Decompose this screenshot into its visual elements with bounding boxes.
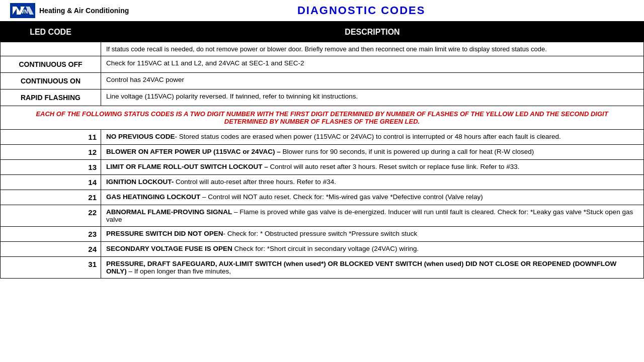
normal-code: RAPID FLASHING [1,89,101,106]
table-row: CONTINUOUS ONControl has 24VAC power [1,73,644,89]
header: NVN Heating & Air Conditioning DIAGNOSTI… [0,0,644,22]
table-row: RAPID FLASHINGLine voltage (115VAC) pola… [1,89,644,106]
entry-code: 22 [1,205,101,227]
entry-code: 24 [1,242,101,257]
table-row: 21GAS HEATINGING LOCKOUT – Control will … [1,190,644,205]
company-name: Heating & Air Conditioning [39,7,129,15]
logo-box: NVN [10,3,35,18]
table-row: If status code recall is needed, do not … [1,42,644,56]
entry-desc: BLOWER ON AFTER POWER UP (115VAC or 24VA… [101,145,644,160]
table-row: CONTINUOUS OFFCheck for 115VAC at L1 and… [1,56,644,73]
table-row: 14IGNITION LOCKOUT- Control will auto-re… [1,175,644,190]
table-row: 31PRESSURE, DRAFT SAFEGUARD, AUX-LIMIT S… [1,257,644,279]
table-row: 11NO PREVIOUS CODE- Stored status codes … [1,130,644,145]
normal-desc: Line voltage (115VAC) polarity reversed.… [101,89,644,106]
entry-desc: LIMIT OR FLAME ROLL-OUT SWITCH LOCKOUT –… [101,160,644,175]
entry-desc: IGNITION LOCKOUT- Control will auto-rese… [101,175,644,190]
intro-code [1,42,101,56]
note-cell: EACH OF THE FOLLOWING STATUS CODES IS A … [1,106,644,130]
entry-desc: SECONDARY VOLTAGE FUSE IS OPEN Check for… [101,242,644,257]
col-desc-header: DESCRIPTION [101,23,644,42]
col-code-header: LED CODE [1,23,101,42]
entry-code: 13 [1,160,101,175]
entry-desc: NO PREVIOUS CODE- Stored status codes ar… [101,130,644,145]
table-row: 24SECONDARY VOLTAGE FUSE IS OPEN Check f… [1,242,644,257]
entry-desc: PRESSURE, DRAFT SAFEGUARD, AUX-LIMIT SWI… [101,257,644,279]
entry-code: 23 [1,227,101,242]
entry-code: 14 [1,175,101,190]
entry-desc: ABNORMAL FLAME-PROVING SIGNAL – Flame is… [101,205,644,227]
logo-area: NVN Heating & Air Conditioning [10,3,129,18]
page-title: DIAGNOSTIC CODES [129,4,594,17]
svg-text:NVN: NVN [17,9,28,15]
diagnostic-table: LED CODE DESCRIPTION If status code reca… [0,22,644,279]
table-row: 23PRESSURE SWITCH DID NOT OPEN- Check fo… [1,227,644,242]
entry-code: 31 [1,257,101,279]
normal-code: CONTINUOUS ON [1,73,101,89]
normal-desc: Check for 115VAC at L1 and L2, and 24VAC… [101,56,644,73]
intro-desc: If status code recall is needed, do not … [101,42,644,56]
table-row: EACH OF THE FOLLOWING STATUS CODES IS A … [1,106,644,130]
table-row: 13LIMIT OR FLAME ROLL-OUT SWITCH LOCKOUT… [1,160,644,175]
entry-code: 11 [1,130,101,145]
entry-desc: PRESSURE SWITCH DID NOT OPEN- Check for:… [101,227,644,242]
entry-desc: GAS HEATINGING LOCKOUT – Control will NO… [101,190,644,205]
normal-desc: Control has 24VAC power [101,73,644,89]
normal-code: CONTINUOUS OFF [1,56,101,73]
table-row: 22ABNORMAL FLAME-PROVING SIGNAL – Flame … [1,205,644,227]
table-row: 12BLOWER ON AFTER POWER UP (115VAC or 24… [1,145,644,160]
entry-code: 21 [1,190,101,205]
entry-code: 12 [1,145,101,160]
